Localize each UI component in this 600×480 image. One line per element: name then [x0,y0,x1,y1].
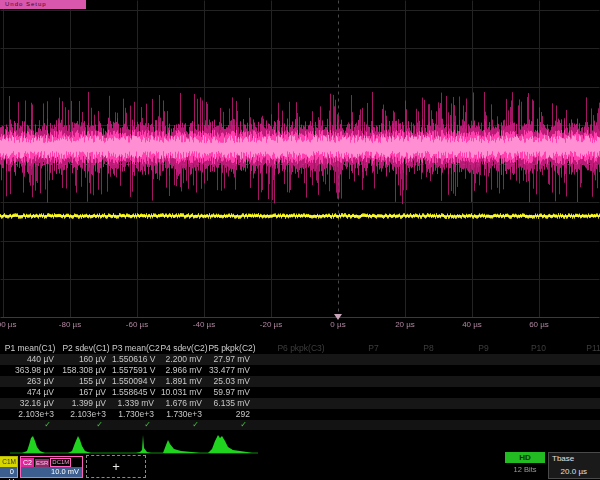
c2-scale-value: 10.0 mV [21,467,82,477]
axis-tick-label: 20 µs [395,320,415,329]
measure-header-p11[interactable]: P11 [566,343,600,354]
timebase-axis: -100 µs-80 µs-60 µs-40 µs-20 µs0 µs20 µs… [0,318,600,334]
P4-histicon [163,440,200,453]
measure-value: 1.676 mV [160,398,208,409]
measure-value: 160 µV [60,354,112,365]
measure-value: 158.308 µV [60,365,112,376]
measure-value: 1.891 mV [160,376,208,387]
measure-header-p4[interactable]: P4 sdev(C2) [160,343,208,354]
measure-value: 1.557591 V [112,365,160,376]
measure-header-p3[interactable]: P3 mean(C2) [112,343,160,354]
measure-value: 2.966 mV [160,365,208,376]
measure-value: 6.135 mV [208,398,256,409]
axis-tick-label: -20 µs [260,320,282,329]
measure-header-p6[interactable]: P6 pkpk(C3) [256,343,346,354]
measure-header-p1[interactable]: P1 mean(C1) [0,343,60,354]
add-trace-slot[interactable]: + [86,455,146,478]
c2-esr-badge: ESR [35,459,49,467]
measure-value: 59.97 mV [208,387,256,398]
c2-channel-badge: C2 [21,458,34,467]
measure-header-p5[interactable]: P5 pkpk(C2) [208,343,256,354]
tbase-value: 20.0 µs [549,467,587,476]
measure-value: 1.550616 V [112,354,160,365]
measure-row: 474 µV167 µV1.558645 V10.031 mV59.97 mV [0,387,600,398]
measure-value: 292 [208,409,256,420]
P2-histicon [68,436,91,453]
measure-value: 1.339 mV [112,398,160,409]
waveform-grid[interactable] [0,0,600,318]
hd-bits-label: 12 Bits [505,465,545,474]
measure-header-p9[interactable]: P9 [456,343,511,354]
c1-coupling-badge: C1M [0,457,17,467]
measure-row: 2.103e+32.103e+31.730e+31.730e+3292 [0,409,600,420]
axis-tick-label: 40 µs [462,320,482,329]
measure-row: 32.16 µV1.399 µV1.339 mV1.676 mV6.135 mV [0,398,600,409]
measurement-table: P1 mean(C1)P2 sdev(C1)P3 mean(C2)P4 sdev… [0,343,600,430]
axis-tick-label: -80 µs [59,320,81,329]
status-check-icon: ✓ [112,420,160,430]
undo-setup-button[interactable]: Undo Setup [0,0,86,9]
measure-value: 33.477 mV [208,365,256,376]
bottom-bar: C1M 0 mV C2 ESR DC1M 10.0 mV + HD 12 Bit… [0,455,600,480]
measure-value: 2.103e+3 [60,409,112,420]
axis-tick-label: 60 µs [529,320,549,329]
channel-descriptor-c1[interactable]: C1M 0 mV [0,456,18,478]
hd-mode-badge[interactable]: HD [505,452,545,463]
P1-histicon [22,436,45,453]
measure-value: 2.103e+3 [0,409,60,420]
channel-descriptor-c2[interactable]: C2 ESR DC1M 10.0 mV [20,456,83,478]
measure-value: 440 µV [0,354,60,365]
measure-header-p10[interactable]: P10 [511,343,566,354]
c2-coupling-badge: DC1M [50,458,71,467]
measure-header-p8[interactable]: P8 [401,343,456,354]
measure-value: 1.730e+3 [112,409,160,420]
measure-value: 1.558645 V [112,387,160,398]
measure-value: 263 µV [0,376,60,387]
measure-value: 1.730e+3 [160,409,208,420]
status-check-icon: ✓ [60,420,112,430]
measure-value: 474 µV [0,387,60,398]
timebase-descriptor[interactable]: Tbase 20.0 µs [548,452,600,479]
measure-value: 1.399 µV [60,398,112,409]
measure-value: 1.550094 V [112,376,160,387]
P5-histicon [208,435,252,453]
measure-header-p7[interactable]: P7 [346,343,401,354]
measure-value: 167 µV [60,387,112,398]
measure-row: 363.98 µV158.308 µV1.557591 V2.966 mV33.… [0,365,600,376]
c1-scale-value: 0 mV [0,467,17,477]
measure-value: 27.97 mV [208,354,256,365]
measure-value: 25.03 mV [208,376,256,387]
status-check-icon: ✓ [208,420,256,430]
oscilloscope-screen: Undo Setup -100 µs-80 µs-60 µs-40 µs-20 … [0,0,600,480]
measure-value: 10.031 mV [160,387,208,398]
measure-header-p2[interactable]: P2 sdev(C1) [60,343,112,354]
measure-status-row: ✓✓✓✓✓ [0,420,600,430]
measure-row: 263 µV155 µV1.550094 V1.891 mV25.03 mV [0,376,600,387]
measure-value: 155 µV [60,376,112,387]
P3-histicon [136,435,151,453]
tbase-label: Tbase [552,454,574,463]
measure-value: 32.16 µV [0,398,60,409]
measure-value: 2.200 mV [160,354,208,365]
axis-tick-label: 0 µs [330,320,345,329]
axis-tick-label: -60 µs [126,320,148,329]
axis-tick-label: -100 µs [0,320,16,329]
status-check-icon: ✓ [160,420,208,430]
measure-value: 363.98 µV [0,365,60,376]
status-check-icon: ✓ [0,420,60,430]
measure-row: 440 µV160 µV1.550616 V2.200 mV27.97 mV [0,354,600,365]
axis-tick-label: -40 µs [193,320,215,329]
